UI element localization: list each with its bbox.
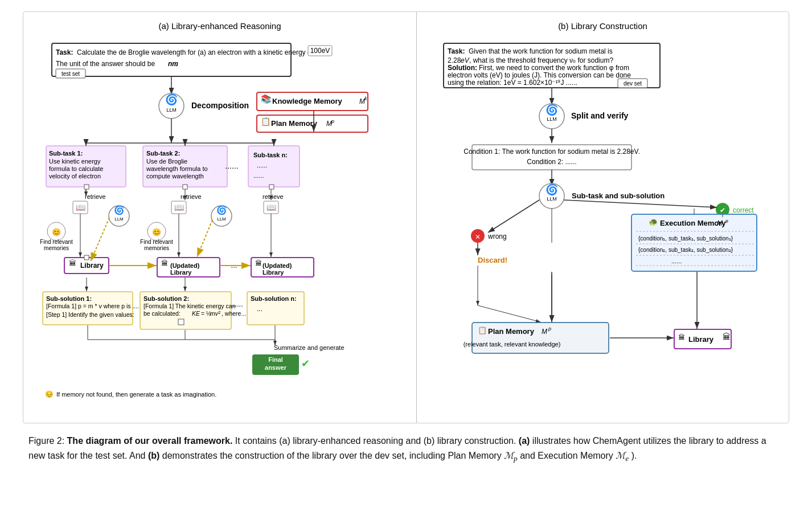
svg-line-169 (564, 200, 717, 207)
svg-text:Sub-solution n:: Sub-solution n: (251, 295, 297, 302)
svg-text:velocity of electron: velocity of electron (49, 173, 101, 179)
svg-text:Find relevant: Find relevant (40, 239, 73, 245)
svg-rect-111 (178, 319, 184, 325)
svg-text:Library: Library (688, 335, 714, 344)
right-panel-title: (b) Library Construction (428, 21, 777, 31)
svg-text:📋: 📋 (261, 117, 271, 126)
svg-text:LLM: LLM (547, 196, 557, 202)
svg-text:Execution Memory: Execution Memory (660, 219, 726, 227)
panel-right: (b) Library Construction Task: Given tha… (417, 12, 789, 423)
caption-math1: ℳp (504, 451, 518, 460)
svg-text:Condition 2: ......: Condition 2: ...... (527, 158, 576, 166)
svg-text:Sub-solution 2:: Sub-solution 2: (143, 295, 189, 302)
svg-text:answer: answer (265, 364, 287, 371)
svg-text:😊: 😊 (52, 227, 61, 237)
svg-text:📖: 📖 (266, 203, 277, 213)
svg-text:memories: memories (144, 245, 169, 251)
svg-text:Discard!: Discard! (478, 256, 507, 264)
svg-text:k: k (364, 96, 367, 101)
svg-text:KE: KE (192, 310, 200, 317)
svg-text:Sub-task and sub-solution: Sub-task and sub-solution (572, 191, 665, 200)
svg-text:......: ...... (671, 258, 682, 264)
svg-text:[Formula 1] The kinetic energy: [Formula 1] The kinetic energy can (143, 303, 236, 309)
svg-text:Decomposition: Decomposition (191, 101, 249, 110)
svg-text:be calculated:: be calculated: (143, 310, 181, 317)
caption-text3: demonstrates the construction of the lib… (162, 451, 504, 460)
svg-text:📖: 📖 (174, 203, 184, 213)
svg-text:wavelength formula to: wavelength formula to (146, 165, 208, 172)
svg-text:retrieve: retrieve (263, 193, 284, 200)
figure-number: Figure 2: (28, 436, 64, 446)
svg-text:Use de Broglie: Use de Broglie (146, 158, 187, 165)
svg-text:Library: Library (263, 269, 284, 276)
svg-text:.: . (175, 60, 177, 68)
svg-text:Knowledge Memory: Knowledge Memory (272, 97, 343, 105)
svg-text:Sub-task 1:: Sub-task 1: (49, 150, 83, 157)
svg-text:electron volts (eV) to joules : electron volts (eV) to joules (J). This … (448, 71, 631, 79)
caption-text1: It contains (a) library-enhanced reasoni… (235, 436, 519, 446)
svg-text:😔: 😔 (45, 390, 54, 398)
svg-text:The unit of the answer should : The unit of the answer should be (56, 60, 155, 68)
svg-text:🌀: 🌀 (546, 104, 559, 116)
svg-rect-133 (84, 255, 89, 260)
svg-text:, what is the threshold freque: , what is the threshold frequency ν₀ for… (469, 56, 613, 64)
svg-text:2.28: 2.28 (448, 56, 461, 64)
svg-line-68 (91, 218, 109, 262)
svg-text:retrieve: retrieve (85, 193, 106, 200)
svg-text:100eV: 100eV (310, 47, 330, 55)
svg-text:Solution:: Solution: (448, 64, 477, 72)
svg-text:If memory not found, then gene: If memory not found, then generate a tas… (56, 391, 216, 398)
svg-text:LLM: LLM (217, 217, 226, 222)
svg-text:✕: ✕ (475, 233, 481, 241)
svg-text:Given that the work function f: Given that the work function for sodium … (469, 47, 613, 55)
svg-text:🌀: 🌀 (114, 205, 125, 215)
svg-rect-132 (269, 185, 274, 189)
svg-text:p: p (331, 119, 334, 124)
svg-text:[Formula 1] p = m * v where p : [Formula 1] p = m * v where p is .... (46, 303, 139, 309)
svg-text:memories: memories (44, 245, 69, 251)
svg-text:🌀: 🌀 (165, 93, 178, 106)
svg-text:(relevant task, relevant knowl: (relevant task, relevant knowledge) (463, 341, 560, 348)
svg-text:Calculate the de Broglie wavel: Calculate the de Broglie wavelength for … (77, 48, 314, 56)
svg-text:📚: 📚 (261, 94, 272, 104)
svg-text:......: ...... (231, 300, 243, 308)
svg-text:M: M (542, 328, 547, 336)
svg-text:......: ...... (225, 161, 238, 170)
svg-line-168 (488, 200, 539, 232)
right-diagram-svg: Task: Given that the work function for s… (438, 38, 768, 402)
svg-text:e: e (725, 218, 728, 224)
svg-text:Find relevant: Find relevant (140, 239, 173, 245)
svg-text:, where...: , where... (222, 310, 246, 317)
svg-text:🏛: 🏛 (161, 259, 168, 267)
svg-text:......: ...... (257, 162, 267, 169)
svg-text:...: ... (231, 261, 237, 270)
caption-text5: ). (631, 451, 637, 460)
svg-text:correct: correct (733, 206, 754, 214)
svg-text:Sub-solution 1:: Sub-solution 1: (46, 295, 92, 302)
svg-text:🏛: 🏛 (723, 332, 731, 341)
svg-text:📖: 📖 (76, 203, 86, 213)
svg-text:eV: eV (461, 56, 470, 64)
svg-text:🏛: 🏛 (678, 333, 685, 341)
svg-text:Condition 1: The work function: Condition 1: The work function for sodiu… (464, 148, 640, 156)
svg-text:Final: Final (268, 356, 283, 363)
svg-text:{condition₂, sub_task₂, sub_so: {condition₂, sub_task₂, sub_solution₂} (638, 247, 733, 253)
main-container: (a) Library-enhanced Reasoning (0, 0, 812, 476)
svg-text:test set: test set (61, 71, 80, 77)
caption-b-label: (b) (148, 451, 159, 460)
svg-text:🐢: 🐢 (649, 217, 658, 227)
svg-text:😊: 😊 (152, 227, 162, 237)
svg-text:Sub-task 2:: Sub-task 2: (146, 150, 180, 157)
svg-text:retrieve: retrieve (181, 193, 202, 200)
svg-line-86 (197, 220, 212, 257)
svg-text:(Updated): (Updated) (170, 262, 200, 269)
svg-text:......: ...... (253, 172, 264, 179)
svg-text:compute wavelength: compute wavelength (146, 173, 204, 179)
svg-rect-130 (84, 185, 89, 189)
svg-text:formula to calculate: formula to calculate (49, 165, 103, 172)
left-diagram-svg: Task: Calculate the de Broglie wavelengt… (35, 38, 405, 414)
svg-text:First, we need to convert the : First, we need to convert the work funct… (479, 64, 629, 72)
svg-text:Library: Library (80, 262, 104, 270)
figure-bold-text: The diagram of our overall framework. (67, 436, 233, 446)
svg-text:p: p (548, 326, 551, 332)
